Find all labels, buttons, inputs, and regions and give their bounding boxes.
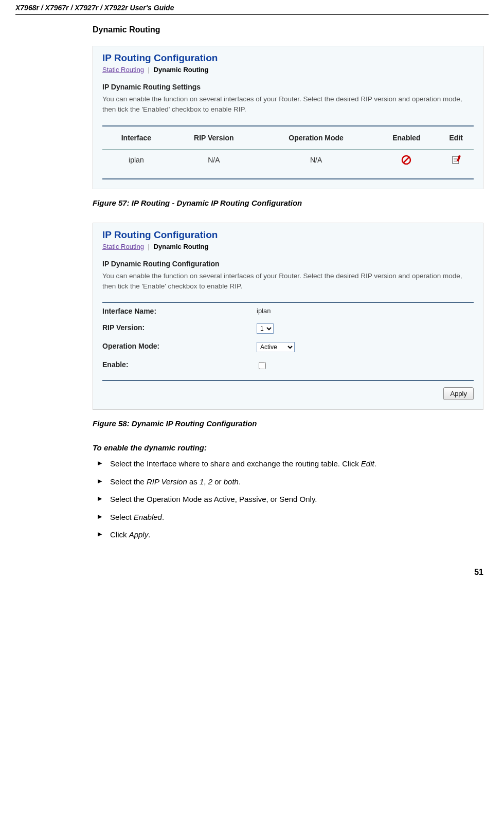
list-item: Select the Operation Mode as Active, Pas… xyxy=(93,494,483,505)
tab-separator: | xyxy=(148,66,150,74)
row-enable: Enable: xyxy=(102,356,474,375)
label-operation-mode: Operation Mode: xyxy=(102,342,257,352)
cell-enabled xyxy=(374,150,438,173)
table-row: iplan N/A N/A xyxy=(102,150,474,173)
screenshot-routing-settings: IP Routing Configuration Static Routing … xyxy=(93,46,483,189)
tab-static-routing[interactable]: Static Routing xyxy=(102,66,144,74)
col-rip-version: RIP Version xyxy=(170,126,258,149)
instructions-heading: To enable the dynamic routing: xyxy=(93,443,483,452)
table-header-row: Interface RIP Version Operation Mode Ena… xyxy=(102,126,474,149)
tab-dynamic-routing[interactable]: Dynamic Routing xyxy=(154,243,209,250)
row-interface-name: Interface Name: iplan xyxy=(102,303,474,319)
label-interface-name: Interface Name: xyxy=(102,307,257,315)
list-item: Select the Interface where to share and … xyxy=(93,458,483,470)
list-item: Click Apply. xyxy=(93,529,483,541)
text: . xyxy=(374,459,376,468)
text-italic: 2 xyxy=(208,477,212,486)
edit-icon[interactable] xyxy=(451,155,461,163)
svg-line-1 xyxy=(404,157,409,162)
text: Select the xyxy=(110,477,147,486)
divider xyxy=(102,178,474,179)
text-italic: RIP Version xyxy=(147,477,187,486)
screenshot-routing-config: IP Routing Configuration Static Routing … xyxy=(93,223,483,410)
select-operation-mode[interactable]: Active xyxy=(257,342,295,352)
text: Click xyxy=(110,530,129,539)
cell-rip-version: N/A xyxy=(170,150,258,173)
tab-dynamic-routing[interactable]: Dynamic Routing xyxy=(154,66,209,74)
description-text: You can enable the function on several i… xyxy=(102,94,474,115)
instructions-list: Select the Interface where to share and … xyxy=(93,458,483,541)
list-item: Select Enabled. xyxy=(93,512,483,523)
text: Select the Interface where to share and … xyxy=(110,459,361,468)
text-italic: Enabled xyxy=(134,513,162,521)
figure-caption-57: Figure 57: IP Routing - Dynamic IP Routi… xyxy=(93,198,483,207)
select-rip-version[interactable]: 1 xyxy=(257,323,274,334)
page-header: X7968r / X7967r / X7927r / X7922r User's… xyxy=(15,0,489,15)
label-rip-version: RIP Version: xyxy=(102,323,257,334)
col-interface: Interface xyxy=(102,126,170,149)
tab-static-routing[interactable]: Static Routing xyxy=(102,243,144,250)
apply-button[interactable]: Apply xyxy=(443,387,474,400)
row-rip-version: RIP Version: 1 xyxy=(102,319,474,338)
text: , xyxy=(204,477,208,486)
tab-bar: Static Routing | Dynamic Routing xyxy=(102,243,474,250)
panel-title: IP Routing Configuration xyxy=(102,229,474,241)
description-text: You can enable the function on several i… xyxy=(102,271,474,292)
label-enable: Enable: xyxy=(102,360,257,371)
routing-table: Interface RIP Version Operation Mode Ena… xyxy=(102,126,474,173)
row-operation-mode: Operation Mode: Active xyxy=(102,338,474,356)
header-text: X7968r / X7967r / X7927r / X7922r User's… xyxy=(15,4,174,12)
figure-caption-58: Figure 58: Dynamic IP Routing Configurat… xyxy=(93,419,483,428)
tab-bar: Static Routing | Dynamic Routing xyxy=(102,66,474,74)
col-edit: Edit xyxy=(439,126,474,149)
page-number: 51 xyxy=(15,547,489,577)
list-item: Select the RIP Version as 1, 2 or both. xyxy=(93,476,483,488)
cell-edit xyxy=(439,150,474,173)
text-italic: both xyxy=(224,477,239,486)
text-italic: Apply xyxy=(129,530,149,539)
panel-title: IP Routing Configuration xyxy=(102,52,474,64)
disabled-icon xyxy=(401,155,411,163)
value-interface-name: iplan xyxy=(257,307,474,315)
text: . xyxy=(148,530,150,539)
sub-heading: IP Dynamic Routing Settings xyxy=(102,83,474,91)
text: Select xyxy=(110,513,134,521)
checkbox-enable[interactable] xyxy=(259,362,266,369)
text: as xyxy=(187,477,200,486)
text: . xyxy=(239,477,241,486)
text: or xyxy=(212,477,224,486)
sub-heading: IP Dynamic Routing Configuration xyxy=(102,260,474,268)
cell-operation-mode: N/A xyxy=(258,150,375,173)
text-italic: Edit xyxy=(361,459,374,468)
tab-separator: | xyxy=(148,243,150,250)
text: Select the Operation Mode as Active, Pas… xyxy=(110,495,317,503)
section-title: Dynamic Routing xyxy=(93,25,483,34)
text: . xyxy=(162,513,164,521)
col-enabled: Enabled xyxy=(374,126,438,149)
col-operation-mode: Operation Mode xyxy=(258,126,375,149)
cell-interface: iplan xyxy=(102,150,170,173)
